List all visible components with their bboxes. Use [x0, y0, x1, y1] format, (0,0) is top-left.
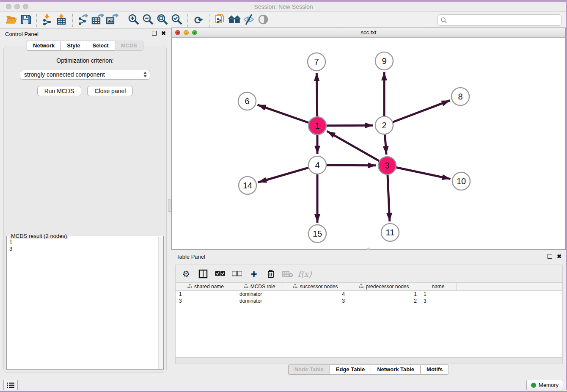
search-input[interactable]: [449, 17, 559, 23]
home-views-icon-button[interactable]: [227, 14, 242, 27]
table-panel-title: Table Panel: [176, 254, 205, 260]
graph-edge-1-7[interactable]: [317, 73, 317, 116]
tab-style[interactable]: Style: [61, 41, 86, 51]
graph-edge-3-1[interactable]: [327, 131, 379, 161]
column-header-MCDS-role[interactable]: MCDS role: [236, 283, 283, 290]
network-resize-grip[interactable]: [367, 248, 370, 250]
mcds-result-scrollbar[interactable]: [158, 237, 163, 369]
column-header-label: shared name: [194, 284, 224, 290]
hide-graphics-button[interactable]: [242, 14, 256, 27]
table-panel-float-icon[interactable]: [548, 254, 552, 259]
vertical-splitter-grip[interactable]: [168, 199, 171, 212]
network-view-window: x – + scc.txt 7968124314101511: [171, 28, 566, 250]
table-row[interactable]: 1dominator411: [176, 291, 562, 298]
refresh-button[interactable]: ⟳: [191, 14, 206, 27]
clear-all-checks-button[interactable]: [231, 268, 242, 279]
column-header-name[interactable]: name: [420, 283, 457, 290]
zoom-fit-button[interactable]: [155, 14, 170, 27]
split-columns-button[interactable]: [198, 268, 209, 279]
delete-table-button[interactable]: [282, 268, 293, 279]
table-cell[interactable]: 3: [283, 298, 348, 304]
table-cell[interactable]: dominator: [236, 291, 283, 298]
export-network-button[interactable]: [76, 14, 91, 27]
graph-edge-4-14[interactable]: [258, 168, 308, 182]
column-header-predecessor-nodes[interactable]: predecessor nodes: [348, 283, 420, 290]
toolbar-separator: [123, 14, 123, 27]
select-all-checks-button[interactable]: [215, 268, 226, 279]
import-network-button[interactable]: [40, 14, 55, 27]
close-panel-button[interactable]: Close panel: [87, 86, 133, 96]
table-row[interactable]: 3dominator323: [176, 298, 562, 304]
app-title: Session: New Session: [0, 3, 567, 10]
zoom-selected-button[interactable]: [170, 14, 184, 27]
tab-network-table[interactable]: Network Table: [371, 364, 420, 375]
control-panel: Control Panel ✖ Network Style Select MCD…: [0, 29, 170, 377]
tab-node-table[interactable]: Node Table: [288, 364, 330, 375]
graph-node-label-8: 8: [458, 92, 462, 101]
graph-edge-1-2[interactable]: [327, 125, 373, 126]
mcds-result-text[interactable]: 1 3: [8, 238, 158, 367]
app-titlebar: Session: New Session: [0, 2, 567, 12]
tab-motifs[interactable]: Motifs: [420, 364, 449, 375]
copy-network-button[interactable]: [213, 14, 227, 27]
hierarchy-icon: [244, 284, 248, 290]
run-mcds-button[interactable]: Run MCDS: [37, 86, 82, 96]
graph-node-label-2: 2: [382, 121, 386, 130]
table-cell[interactable]: 3: [176, 298, 236, 304]
delete-row-button[interactable]: [265, 268, 276, 279]
table-tabs: Node Table Edge Table Network Table Moti…: [171, 364, 566, 375]
save-session-button[interactable]: [19, 14, 33, 27]
tab-edge-table[interactable]: Edge Table: [330, 364, 371, 375]
table-cell[interactable]: 1: [348, 291, 420, 298]
table-cell[interactable]: 4: [283, 291, 348, 298]
graph-edge-1-6[interactable]: [258, 105, 309, 123]
toolbar-separator: [187, 14, 188, 27]
network-canvas[interactable]: 7968124314101511: [172, 38, 565, 249]
export-image-button[interactable]: [105, 14, 119, 27]
column-header-label: MCDS role: [250, 284, 275, 290]
table-cell[interactable]: 2: [348, 298, 420, 304]
table-panel-close-icon[interactable]: ✖: [557, 254, 561, 259]
control-panel-close-icon[interactable]: ✖: [161, 31, 166, 36]
table-cell[interactable]: 1: [420, 291, 457, 298]
column-header-successor-nodes[interactable]: successor nodes: [283, 283, 348, 290]
optimization-criterion-select[interactable]: strongly connected component: [20, 70, 150, 80]
table-panel: Table Panel ✖ ⚙ + f(x) shared nameMCDS r…: [171, 252, 566, 377]
graph-node-label-6: 6: [245, 97, 249, 106]
table-cell[interactable]: 3: [420, 298, 457, 304]
import-table-button[interactable]: [55, 14, 69, 27]
graph-edge-4-3[interactable]: [327, 165, 376, 166]
open-session-button[interactable]: [4, 14, 19, 27]
table-hscrollbar[interactable]: [175, 358, 563, 364]
task-history-button[interactable]: [3, 380, 18, 390]
zoom-in-button[interactable]: [127, 14, 141, 27]
graph-edge-3-10[interactable]: [396, 168, 451, 179]
control-panel-float-icon[interactable]: [152, 31, 157, 36]
show-graphics-button[interactable]: [256, 14, 270, 27]
tab-mcds[interactable]: MCDS: [115, 41, 143, 51]
zoom-selected-icon: [171, 14, 183, 27]
zoom-out-button[interactable]: [141, 14, 155, 27]
graph-edge-3-11[interactable]: [388, 175, 390, 221]
graph-node-label-9: 9: [382, 56, 386, 66]
graph-node-label-14: 14: [243, 181, 252, 190]
function-builder-button[interactable]: f(x): [299, 268, 310, 279]
tab-select[interactable]: Select: [86, 41, 114, 51]
add-row-button[interactable]: +: [248, 268, 259, 279]
network-window-titlebar[interactable]: x – + scc.txt: [172, 28, 565, 38]
tab-network[interactable]: Network: [27, 41, 61, 51]
graph-node-label-4: 4: [315, 160, 319, 170]
column-header-shared-name[interactable]: shared name: [176, 283, 236, 290]
search-icon: [440, 17, 447, 24]
hierarchy-icon: [187, 284, 192, 290]
table-cell[interactable]: 1: [176, 291, 236, 298]
memory-button[interactable]: Memory: [526, 380, 563, 390]
table-toolbar: ⚙ + f(x): [175, 265, 563, 282]
export-table-button[interactable]: [91, 14, 105, 27]
trash-icon: [267, 269, 275, 279]
graph-edge-2-3[interactable]: [385, 135, 386, 155]
table-cell[interactable]: dominator: [236, 298, 283, 304]
graph-edge-2-8[interactable]: [393, 100, 450, 122]
table-settings-button[interactable]: ⚙: [181, 268, 192, 279]
memory-status-dot-icon: [531, 383, 536, 388]
